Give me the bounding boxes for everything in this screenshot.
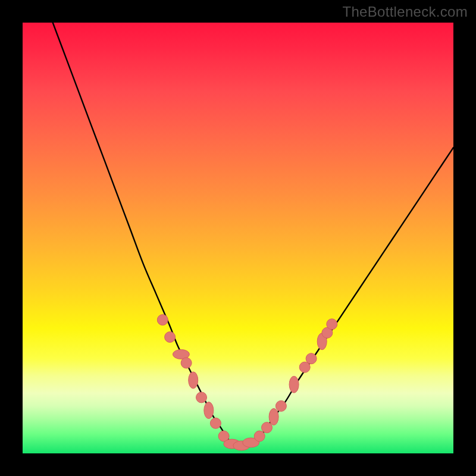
plot-area [23, 23, 453, 453]
curve-marker [196, 392, 207, 403]
curve-marker [210, 418, 221, 428]
curve-marker [306, 353, 317, 364]
curve-marker [157, 315, 168, 325]
curve-marker [275, 400, 286, 411]
curve-marker [262, 422, 273, 433]
chart-frame: TheBottleneck.com [0, 0, 476, 476]
curve-marker [204, 402, 214, 419]
curve-marker [181, 358, 192, 368]
curve-marker [289, 376, 299, 393]
chart-overlay [23, 23, 453, 453]
curve-marker [165, 332, 176, 343]
curve-marker [254, 431, 265, 441]
bottleneck-curve [53, 23, 453, 445]
curve-marker [327, 319, 337, 330]
curve-marker [189, 372, 198, 389]
watermark-text: TheBottleneck.com [342, 4, 468, 20]
curve-marker [269, 409, 278, 425]
curve-markers [157, 315, 337, 450]
